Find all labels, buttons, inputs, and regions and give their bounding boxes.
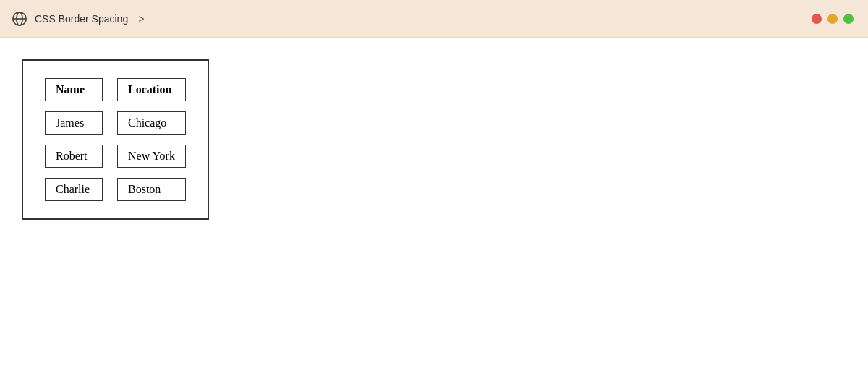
close-button[interactable] [812, 14, 822, 24]
cell-row2-col1: Boston [117, 178, 186, 201]
cell-row0-col1: Chicago [117, 111, 186, 135]
table-row: RobertNew York [45, 145, 186, 168]
page-title: CSS Border Spacing [35, 13, 128, 25]
window-controls [812, 14, 854, 24]
cell-row2-col0: Charlie [45, 178, 103, 201]
cell-row1-col1: New York [117, 145, 186, 168]
cell-row0-col0: James [45, 111, 103, 135]
table-row: JamesChicago [45, 111, 186, 135]
table-row: CharlieBoston [45, 178, 186, 201]
breadcrumb-chevron: > [138, 13, 144, 25]
cell-row1-col0: Robert [45, 145, 103, 168]
table-container: Name Location JamesChicagoRobertNew York… [22, 59, 209, 220]
titlebar: CSS Border Spacing > [0, 0, 868, 38]
col-header-name: Name [45, 78, 103, 101]
maximize-button[interactable] [843, 14, 854, 24]
col-header-location: Location [117, 78, 186, 101]
main-content: Name Location JamesChicagoRobertNew York… [0, 38, 868, 392]
data-table: Name Location JamesChicagoRobertNew York… [30, 68, 200, 211]
minimize-button[interactable] [827, 14, 838, 24]
globe-icon [12, 11, 27, 27]
table-header-row: Name Location [45, 78, 186, 101]
titlebar-left: CSS Border Spacing > [12, 11, 144, 27]
